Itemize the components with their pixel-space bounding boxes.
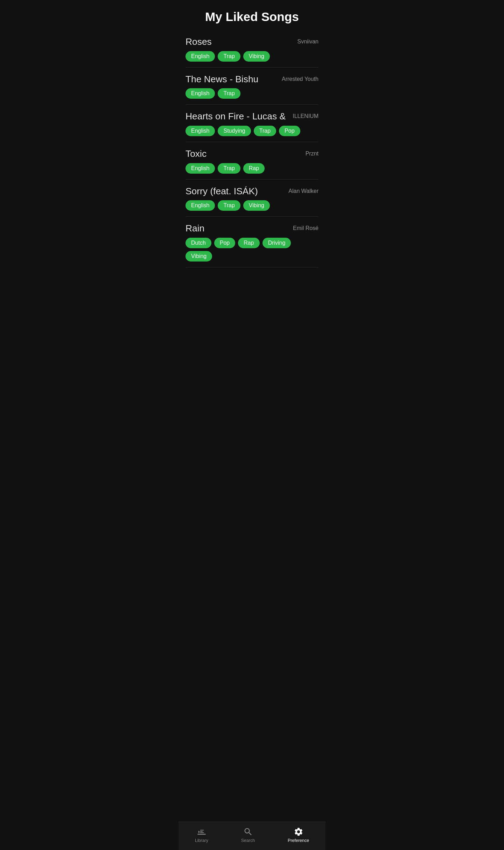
tag[interactable]: English: [186, 88, 215, 99]
song-title: The News - Bishu: [186, 74, 282, 85]
tag[interactable]: Trap: [218, 88, 240, 99]
tag-list: EnglishStudyingTrapPop: [186, 126, 318, 136]
tag[interactable]: Pop: [279, 126, 300, 136]
tag[interactable]: Rap: [238, 238, 259, 248]
tag[interactable]: English: [186, 163, 215, 174]
nav-label-preference: Preference: [288, 838, 309, 843]
song-artist: Emil Rosé: [293, 223, 318, 231]
song-item[interactable]: RosesSvniivanEnglishTrapVibing: [186, 30, 318, 68]
song-title: Hearts on Fire - Lucas &: [186, 111, 293, 122]
tag[interactable]: English: [186, 200, 215, 211]
tag[interactable]: Driving: [262, 238, 291, 248]
song-item[interactable]: RainEmil RoséDutchPopRapDrivingVibing: [186, 217, 318, 267]
tag[interactable]: Trap: [218, 200, 240, 211]
tag[interactable]: Trap: [218, 163, 240, 174]
tag-list: EnglishTrapRap: [186, 163, 318, 174]
tag[interactable]: English: [186, 126, 215, 136]
tag[interactable]: Dutch: [186, 238, 211, 248]
nav-label-search: Search: [241, 838, 255, 843]
song-artist: Arrested Youth: [282, 74, 318, 82]
search-icon: [243, 827, 253, 837]
tag[interactable]: English: [186, 51, 215, 62]
song-item[interactable]: The News - BishuArrested YouthEnglishTra…: [186, 68, 318, 105]
library-icon: [197, 827, 206, 837]
nav-item-search[interactable]: Search: [234, 825, 262, 844]
song-item[interactable]: ToxicPrzntEnglishTrapRap: [186, 142, 318, 180]
song-header: RainEmil Rosé: [186, 223, 318, 234]
song-artist: ILLENIUM: [293, 111, 318, 119]
tag-list: EnglishTrap: [186, 88, 318, 99]
tag[interactable]: Studying: [218, 126, 251, 136]
tag[interactable]: Vibing: [243, 200, 270, 211]
song-item[interactable]: Hearts on Fire - Lucas &ILLENIUMEnglishS…: [186, 105, 318, 142]
nav-label-library: Library: [195, 838, 208, 843]
page-title: My Liked Songs: [178, 0, 326, 30]
nav-item-library[interactable]: Library: [188, 825, 215, 844]
preference-icon: [294, 827, 303, 837]
song-item[interactable]: Sorry (feat. ISÁK)Alan WalkerEnglishTrap…: [186, 180, 318, 217]
bottom-nav: Library Search Preference: [178, 822, 326, 850]
song-header: ToxicPrznt: [186, 148, 318, 160]
tag[interactable]: Pop: [214, 238, 235, 248]
song-artist: Prznt: [306, 148, 318, 157]
tag[interactable]: Rap: [243, 163, 265, 174]
tag-list: EnglishTrapVibing: [186, 51, 318, 62]
song-list: RosesSvniivanEnglishTrapVibingThe News -…: [178, 30, 326, 822]
song-title: Rain: [186, 223, 293, 234]
tag[interactable]: Vibing: [186, 251, 212, 262]
song-title: Sorry (feat. ISÁK): [186, 186, 288, 197]
tag[interactable]: Trap: [254, 126, 276, 136]
tag[interactable]: Trap: [218, 51, 240, 62]
song-header: Hearts on Fire - Lucas &ILLENIUM: [186, 111, 318, 122]
tag[interactable]: Vibing: [243, 51, 270, 62]
tag-list: EnglishTrapVibing: [186, 200, 318, 211]
tag-list: DutchPopRapDrivingVibing: [186, 238, 318, 262]
song-title: Toxic: [186, 148, 306, 160]
song-header: The News - BishuArrested Youth: [186, 74, 318, 85]
song-title: Roses: [186, 36, 298, 48]
song-artist: Svniivan: [298, 36, 318, 45]
nav-item-preference[interactable]: Preference: [281, 825, 316, 844]
song-artist: Alan Walker: [288, 186, 318, 194]
song-header: RosesSvniivan: [186, 36, 318, 48]
song-header: Sorry (feat. ISÁK)Alan Walker: [186, 186, 318, 197]
